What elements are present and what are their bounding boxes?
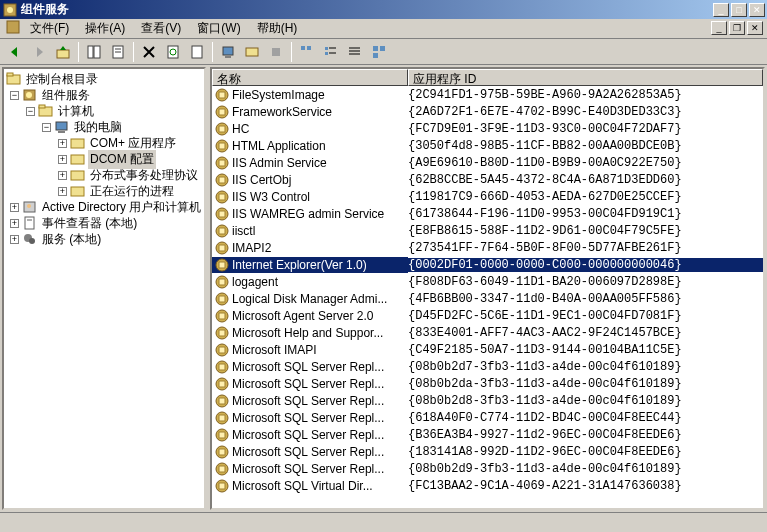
svg-rect-15 bbox=[272, 48, 280, 56]
refresh-button[interactable] bbox=[162, 41, 184, 63]
stop-button[interactable] bbox=[265, 41, 287, 63]
list-item[interactable]: Microsoft SQL Server Repl...{08b0b2d9-3f… bbox=[212, 460, 763, 477]
view-small-button[interactable] bbox=[296, 41, 318, 63]
list-item[interactable]: Logical Disk Manager Admi...{4FB6BB00-33… bbox=[212, 290, 763, 307]
computer-button[interactable] bbox=[217, 41, 239, 63]
dcom-app-icon bbox=[214, 359, 230, 375]
view-icons-button[interactable] bbox=[368, 41, 390, 63]
expand-icon[interactable]: + bbox=[10, 203, 19, 212]
svg-rect-63 bbox=[219, 228, 225, 234]
list-item[interactable]: IMAPI2{273541FF-7F64-5B0F-8F00-5D77AFBE2… bbox=[212, 239, 763, 256]
menu-file[interactable]: 文件(F) bbox=[24, 18, 75, 39]
svg-rect-37 bbox=[71, 155, 84, 164]
list-item[interactable]: IIS W3 Control{119817C9-666D-4053-AEDA-6… bbox=[212, 188, 763, 205]
close-button[interactable]: ✕ bbox=[749, 3, 765, 17]
expand-icon[interactable]: + bbox=[10, 235, 19, 244]
mdi-restore-button[interactable]: ❐ bbox=[729, 21, 745, 35]
svg-point-45 bbox=[29, 238, 35, 244]
list-item-name: Microsoft SQL Server Repl... bbox=[232, 360, 384, 374]
list-item[interactable]: Microsoft Agent Server 2.0{D45FD2FC-5C6E… bbox=[212, 307, 763, 324]
dcom-app-icon bbox=[214, 410, 230, 426]
column-name[interactable]: 名称 bbox=[212, 69, 408, 86]
tree-services[interactable]: −组件服务 bbox=[4, 87, 204, 103]
dcom-app-icon bbox=[214, 342, 230, 358]
show-tree-button[interactable] bbox=[83, 41, 105, 63]
list-item[interactable]: HTML Application{3050f4d8-98B5-11CF-BB82… bbox=[212, 137, 763, 154]
svg-rect-91 bbox=[219, 466, 225, 472]
list-item[interactable]: Microsoft SQL Server Repl...{183141A8-99… bbox=[212, 443, 763, 460]
tree-pane[interactable]: 控制台根目录 −组件服务 −计算机 −我的电脑 +COM+ 应用程序 +DCOM… bbox=[2, 67, 206, 510]
list-item-appid: {C49F2185-50A7-11D3-9144-00104BA11C5E} bbox=[408, 343, 763, 357]
svg-rect-16 bbox=[301, 46, 305, 50]
svg-rect-42 bbox=[25, 217, 34, 229]
list-item[interactable]: Microsoft SQL Server Repl...{B36EA3B4-99… bbox=[212, 426, 763, 443]
collapse-icon[interactable]: − bbox=[10, 91, 19, 100]
svg-rect-3 bbox=[57, 50, 69, 58]
maximize-button[interactable]: □ bbox=[731, 3, 747, 17]
expand-icon[interactable]: + bbox=[58, 139, 67, 148]
delete-button[interactable] bbox=[138, 41, 160, 63]
tree-eventviewer[interactable]: +事件查看器 (本地) bbox=[4, 215, 204, 231]
list-item[interactable]: Microsoft SQL Server Repl...{618A40F0-C7… bbox=[212, 409, 763, 426]
minimize-button[interactable]: _ bbox=[713, 3, 729, 17]
menu-view[interactable]: 查看(V) bbox=[135, 18, 187, 39]
list-item[interactable]: IIS Admin Service{A9E69610-B80D-11D0-B9B… bbox=[212, 154, 763, 171]
list-item-appid: {618A40F0-C774-11D2-BD4C-00C04F8EEC44} bbox=[408, 411, 763, 425]
list-item[interactable]: Microsoft Help and Suppor...{833E4001-AF… bbox=[212, 324, 763, 341]
back-button[interactable] bbox=[4, 41, 26, 63]
expand-icon[interactable]: + bbox=[58, 171, 67, 180]
list-item[interactable]: Internet Explorer(Ver 1.0){0002DF01-0000… bbox=[212, 256, 763, 273]
list-item-appid: {FC13BAA2-9C1A-4069-A221-31A147636038} bbox=[408, 479, 763, 493]
app-button[interactable] bbox=[241, 41, 263, 63]
expand-icon[interactable]: + bbox=[10, 219, 19, 228]
window-buttons: _ □ ✕ bbox=[713, 3, 765, 17]
list-item[interactable]: iisctl{E8FB8615-588F-11D2-9D61-00C04F79C… bbox=[212, 222, 763, 239]
list-item-appid: {08b0b2da-3fb3-11d3-a4de-00c04f610189} bbox=[408, 377, 763, 391]
forward-button[interactable] bbox=[28, 41, 50, 63]
list-item[interactable]: logagent{F808DF63-6049-11D1-BA20-006097D… bbox=[212, 273, 763, 290]
mdi-close-button[interactable]: ✕ bbox=[747, 21, 763, 35]
list-body[interactable]: FileSystemImage{2C941FD1-975B-59BE-A960-… bbox=[212, 86, 763, 508]
menu-help[interactable]: 帮助(H) bbox=[251, 18, 304, 39]
svg-rect-49 bbox=[219, 109, 225, 115]
svg-rect-71 bbox=[219, 296, 225, 302]
list-item-appid: {F808DF63-6049-11D1-BA20-006097D2898E} bbox=[408, 275, 763, 289]
dcom-app-icon bbox=[214, 206, 230, 222]
mdi-minimize-button[interactable]: _ bbox=[711, 21, 727, 35]
list-item[interactable]: Microsoft SQL Virtual Dir...{FC13BAA2-9C… bbox=[212, 477, 763, 494]
svg-point-41 bbox=[27, 204, 31, 208]
svg-rect-35 bbox=[58, 131, 65, 133]
svg-rect-34 bbox=[56, 122, 67, 130]
view-detail-button[interactable] bbox=[344, 41, 366, 63]
column-appid[interactable]: 应用程序 ID bbox=[408, 69, 763, 86]
properties-button[interactable] bbox=[107, 41, 129, 63]
svg-rect-93 bbox=[219, 483, 225, 489]
up-button[interactable] bbox=[52, 41, 74, 63]
list-item[interactable]: HC{FC7D9E01-3F9E-11D3-93C0-00C04F72DAF7} bbox=[212, 120, 763, 137]
list-item[interactable]: Microsoft SQL Server Repl...{08b0b2d7-3f… bbox=[212, 358, 763, 375]
list-item[interactable]: IIS WAMREG admin Service{61738644-F196-1… bbox=[212, 205, 763, 222]
list-item[interactable]: FrameworkService{2A6D72F1-6E7E-4702-B99C… bbox=[212, 103, 763, 120]
list-item[interactable]: Microsoft SQL Server Repl...{08b0b2da-3f… bbox=[212, 375, 763, 392]
svg-rect-79 bbox=[219, 364, 225, 370]
dcom-app-icon bbox=[214, 274, 230, 290]
export-button[interactable] bbox=[186, 41, 208, 63]
dcom-app-icon bbox=[214, 223, 230, 239]
menu-action[interactable]: 操作(A) bbox=[79, 18, 131, 39]
collapse-icon[interactable]: − bbox=[42, 123, 51, 132]
computer-icon bbox=[54, 119, 70, 135]
expand-icon[interactable]: + bbox=[58, 155, 67, 164]
collapse-icon[interactable]: − bbox=[26, 107, 35, 116]
tree-root[interactable]: 控制台根目录 bbox=[4, 71, 204, 87]
menu-window[interactable]: 窗口(W) bbox=[191, 18, 246, 39]
view-list-button[interactable] bbox=[320, 41, 342, 63]
list-item[interactable]: FileSystemImage{2C941FD1-975B-59BE-A960-… bbox=[212, 86, 763, 103]
list-item[interactable]: Microsoft SQL Server Repl...{08b0b2d8-3f… bbox=[212, 392, 763, 409]
dcom-app-icon bbox=[214, 376, 230, 392]
tree-services-local[interactable]: +服务 (本地) bbox=[4, 231, 204, 247]
dcom-app-icon bbox=[214, 325, 230, 341]
list-item[interactable]: Microsoft IMAPI{C49F2185-50A7-11D3-9144-… bbox=[212, 341, 763, 358]
list-item-name: Logical Disk Manager Admi... bbox=[232, 292, 387, 306]
list-item[interactable]: IIS CertObj{62B8CCBE-5A45-4372-8C4A-6A87… bbox=[212, 171, 763, 188]
expand-icon[interactable]: + bbox=[58, 187, 67, 196]
